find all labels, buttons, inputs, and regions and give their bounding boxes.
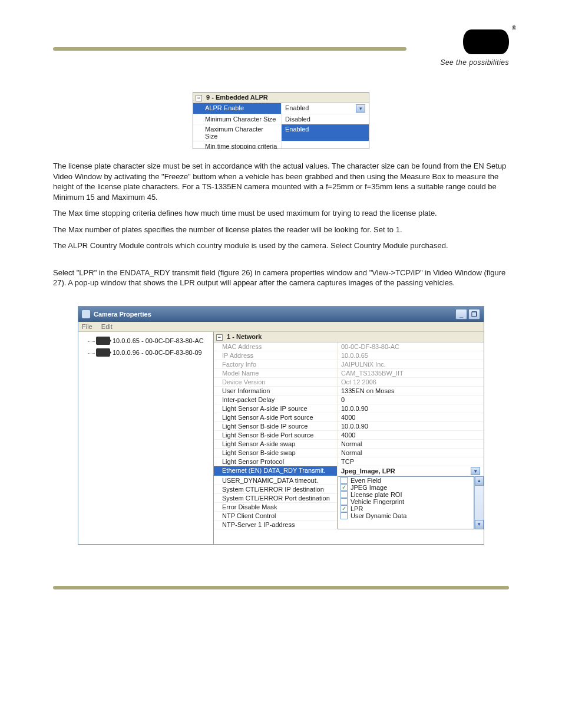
paragraph-char-size: The license plate character size must be…	[53, 161, 509, 202]
menu-edit[interactable]: Edit	[101, 323, 113, 330]
dropdown-option[interactable]: License plate ROI	[338, 491, 474, 498]
scroll-down-icon[interactable]: ▾	[475, 520, 484, 529]
grid-row-label: IP Address	[214, 351, 338, 360]
grid-row[interactable]: Light Sensor ProtocolTCP	[214, 457, 484, 466]
grid-row: Factory InfoJAIPULNiX Inc.	[214, 360, 484, 369]
grid-row: IP Address10.0.0.65	[214, 351, 484, 360]
grid-row-value: CAM_TS1335BW_IIT	[338, 369, 484, 377]
grid-row[interactable]: Light Sensor B-side swapNormal	[214, 449, 484, 457]
alpr-row-value[interactable]: Enabled ▾	[282, 103, 369, 114]
alpr-row-max-char[interactable]: Maximum Character Size Enabled	[193, 124, 369, 141]
alpr-row-cut: Min time stopping criteria	[193, 141, 369, 149]
grid-row[interactable]: User Information1335EN on Moses	[214, 387, 484, 396]
dropdown-option-label: License plate ROI	[351, 491, 402, 498]
grid-row-label: Light Sensor A-side swap	[214, 440, 338, 448]
checkbox-icon[interactable]	[340, 512, 348, 519]
grid-row: Model NameCAM_TS1335BW_IIT	[214, 369, 484, 378]
dropdown-option[interactable]: ✓LPR	[338, 505, 474, 512]
grid-row-value[interactable]: Normal	[338, 440, 484, 448]
grid-row-label: Inter-packet Delay	[214, 396, 338, 404]
grid-row-label[interactable]: System CTL/ERROR Port destination	[214, 494, 337, 503]
grid-row: MAC Address00-0C-DF-83-80-AC	[214, 342, 484, 351]
grid-row-label: Light Sensor B-side Port source	[214, 431, 338, 439]
grid-row-label[interactable]: NTP Client Control	[214, 512, 337, 521]
minimize-button[interactable]: _	[455, 309, 467, 319]
dropdown-option[interactable]: ✓JPEG Image	[338, 484, 474, 491]
grid-row[interactable]: Light Sensor B-side Port source4000	[214, 431, 484, 440]
collapse-icon[interactable]: −	[196, 95, 202, 101]
grid-row-label[interactable]: USER_DYNAMIC_DATA timeout.	[214, 476, 337, 485]
grid-row[interactable]: Light Sensor A-side IP source10.0.0.90	[214, 404, 484, 413]
camera-icon	[96, 348, 110, 357]
grid-row-value[interactable]: 4000	[338, 431, 484, 439]
tree-camera-item[interactable]: 10.0.0.65 - 00-0C-DF-83-80-AC	[96, 337, 211, 345]
checkbox-icon[interactable]	[340, 477, 348, 484]
window-titlebar[interactable]: Camera Properties _ ❐	[78, 307, 484, 322]
grid-row-label[interactable]: Error Disable Mask	[214, 503, 337, 512]
dropdown-scrollbar[interactable]: ▴ ▾	[474, 476, 484, 529]
grid-row-value[interactable]: 4000	[338, 413, 484, 421]
tree-camera-item[interactable]: 10.0.0.96 - 00-0C-DF-83-80-09	[96, 348, 211, 357]
grid-row-value[interactable]: 0	[338, 396, 484, 404]
checkbox-icon[interactable]: ✓	[340, 505, 348, 512]
grid-row-value[interactable]: Normal	[338, 449, 484, 457]
tree-camera-label: 10.0.0.65 - 00-0C-DF-83-80-AC	[113, 337, 204, 344]
grid-row[interactable]: Light Sensor A-side Port source4000	[214, 413, 484, 422]
grid-row-label: Light Sensor B-side IP source	[214, 422, 338, 430]
grid-section-header[interactable]: − 1 - Network	[214, 332, 484, 342]
alpr-grid-header[interactable]: − 9 - Embedded ALPR	[193, 93, 369, 103]
grid-row-value[interactable]: 10.0.0.90	[338, 422, 484, 430]
grid-row-label: Light Sensor A-side Port source	[214, 413, 338, 421]
dropdown-option[interactable]: User Dynamic Data	[338, 512, 474, 519]
scroll-up-icon[interactable]: ▴	[475, 476, 484, 486]
checkbox-icon[interactable]: ✓	[340, 484, 348, 491]
grid-row-value[interactable]: 10.0.0.90	[338, 404, 484, 413]
grid-row-label[interactable]: System CTL/ERROR IP destination	[214, 485, 337, 494]
grid-row-value: 00-0C-DF-83-80-AC	[338, 342, 484, 351]
grid-row-value[interactable]: Jpeg_Image, LPR ▾	[338, 466, 484, 476]
alpr-row-value[interactable]: Enabled	[282, 124, 369, 141]
grid-row-value[interactable]: 1335EN on Moses	[338, 387, 484, 395]
grid-row-endata-rdy[interactable]: Ethernet (EN) DATA_RDY Transmit. Jpeg_Im…	[214, 466, 484, 476]
footer-rule	[53, 586, 509, 589]
paragraph-country-module: The ALPR Country Module controls which c…	[53, 241, 509, 251]
dropdown-option-label: Even Field	[351, 477, 381, 484]
menu-bar[interactable]: File Edit	[78, 322, 484, 332]
grid-row-value: 10.0.0.65	[338, 351, 484, 360]
grid-row[interactable]: Light Sensor A-side swapNormal	[214, 440, 484, 449]
camera-tree[interactable]: 10.0.0.65 - 00-0C-DF-83-80-AC 10.0.0.96 …	[78, 332, 214, 544]
tree-camera-label: 10.0.0.96 - 00-0C-DF-83-80-09	[113, 349, 202, 356]
grid-row[interactable]: Inter-packet Delay0	[214, 396, 484, 404]
paragraph-max-time: The Max time stopping criteria defines h…	[53, 208, 509, 219]
grid-row-label[interactable]: NTP-Server 1 IP-address	[214, 521, 337, 529]
grid-row[interactable]: Light Sensor B-side IP source10.0.0.90	[214, 422, 484, 431]
checkbox-icon[interactable]	[340, 491, 348, 498]
grid-row-label: Light Sensor A-side IP source	[214, 404, 338, 413]
grid-row-label: Model Name	[214, 369, 338, 377]
alpr-row-min-char[interactable]: Minimum Character Size Disabled	[193, 114, 369, 124]
grid-row-value: Oct 12 2006	[338, 378, 484, 386]
grid-row-label: Ethernet (EN) DATA_RDY Transmit.	[214, 466, 338, 476]
window-title: Camera Properties	[94, 311, 454, 318]
grid-row-value[interactable]: TCP	[338, 457, 484, 466]
checkbox-icon[interactable]	[340, 498, 348, 505]
chevron-down-icon[interactable]: ▾	[356, 104, 365, 113]
registered-mark: ®	[512, 25, 516, 31]
grid-row-label: Light Sensor Protocol	[214, 457, 338, 466]
menu-file[interactable]: File	[82, 323, 92, 330]
brand-tagline: See the possibilities	[440, 58, 509, 67]
collapse-icon[interactable]: −	[216, 334, 223, 341]
header-rule	[53, 47, 406, 51]
grid-row-label: Device Version	[214, 378, 338, 386]
alpr-row-enable[interactable]: ALPR Enable Enabled ▾	[193, 103, 369, 114]
chevron-down-icon[interactable]: ▾	[471, 467, 480, 475]
grid-header-text: 1 - Network	[227, 333, 262, 340]
camera-icon	[96, 337, 110, 345]
dropdown-option[interactable]: Even Field	[338, 477, 474, 484]
dropdown-option-label: JPEG Image	[351, 484, 387, 491]
dropdown-option[interactable]: Vehicle Fingerprint	[338, 498, 474, 505]
alpr-row-label: Minimum Character Size	[193, 114, 282, 124]
restore-button[interactable]: ❐	[468, 309, 480, 319]
dropdown-panel[interactable]: Even Field✓JPEG ImageLicense plate ROIVe…	[338, 476, 474, 529]
alpr-header-text: 9 - Embedded ALPR	[206, 94, 268, 101]
